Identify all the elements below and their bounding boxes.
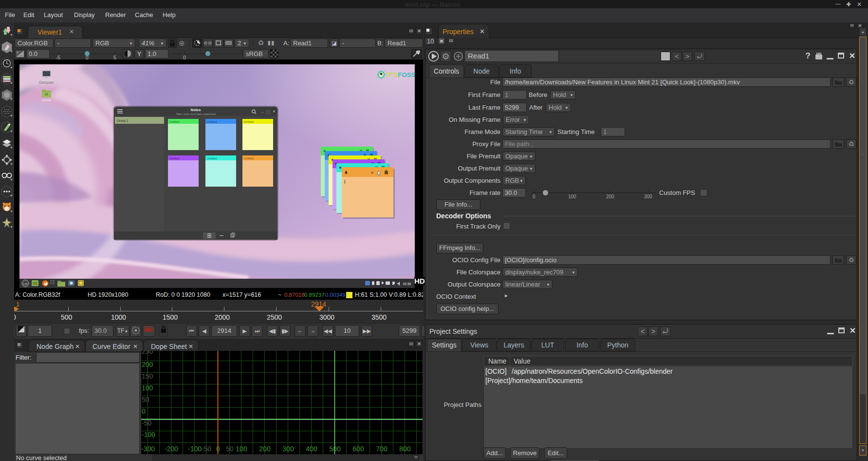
svg-text:-100: -100 [142,431,155,439]
svg-text:0: 0 [142,407,146,415]
svg-text:Lm: Lm [23,282,28,286]
svg-text:250: 250 [142,351,153,355]
svg-text:200: 200 [259,445,271,453]
svg-text:50: 50 [226,445,234,453]
svg-text:50: 50 [142,396,149,403]
svg-text:Untitled: Untitled [169,157,179,160]
svg-text:Group 1: Group 1 [117,119,129,123]
svg-text:IT'S: IT'S [386,71,398,78]
svg-text:FOSS: FOSS [398,71,415,78]
svg-text:Home: Home [42,98,51,102]
svg-text:Untitled: Untitled [207,120,217,123]
svg-text:15:39: 15:39 [403,282,411,286]
svg-text:Untitled: Untitled [207,157,217,160]
svg-text:Untitled: Untitled [244,157,254,160]
svg-text:Untitled: Untitled [169,120,179,123]
svg-text:200: 200 [142,361,153,368]
svg-text:Computer: Computer [39,80,54,84]
svg-text:Take notes and stay organized: Take notes and stay organized [176,113,215,115]
svg-text:300: 300 [282,445,294,453]
svg-text:Untitled: Untitled [244,120,254,123]
svg-text:-300: -300 [141,445,155,453]
svg-text:-50: -50 [202,445,211,453]
svg-text:400: 400 [306,445,317,453]
svg-text:100: 100 [236,445,247,453]
svg-text:150: 150 [142,372,153,380]
svg-text:+: + [17,51,18,54]
svg-text:600: 600 [352,445,364,453]
svg-text:-100: -100 [188,445,202,453]
svg-text:-200: -200 [165,445,178,453]
svg-text:500: 500 [329,445,341,453]
svg-text:Notes: Notes [191,108,201,112]
svg-text:0: 0 [216,445,220,453]
svg-text:100: 100 [142,384,153,392]
svg-text:–: – [20,54,22,57]
svg-text:700: 700 [376,445,388,453]
svg-text:800: 800 [399,445,411,453]
svg-text:-50: -50 [142,419,151,427]
